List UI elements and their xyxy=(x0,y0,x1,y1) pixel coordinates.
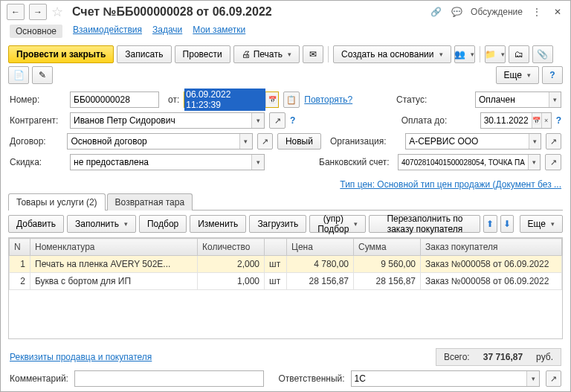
kebab-icon[interactable]: ⋮ xyxy=(530,5,543,19)
col-n: N xyxy=(10,239,30,256)
star-icon[interactable]: ☆ xyxy=(51,4,63,20)
counterparty-field[interactable]: ▾ xyxy=(70,112,265,129)
calendar-icon[interactable]: 📅 xyxy=(265,92,278,107)
date-field[interactable]: 06.09.2022 11:23:39 📅 xyxy=(184,91,279,108)
bank-field[interactable]: ▾ xyxy=(398,154,541,170)
status-label: Статус: xyxy=(396,94,471,105)
discount-field[interactable]: ▾ xyxy=(70,154,265,170)
new-contract-button[interactable]: Новый xyxy=(277,133,321,150)
counterparty-label: Контрагент: xyxy=(10,115,65,126)
responsible-open-button[interactable]: ↗ xyxy=(546,370,561,387)
chevron-down-icon[interactable]: ▾ xyxy=(251,113,264,128)
attach-button[interactable]: 📎 xyxy=(532,45,553,63)
tab-items[interactable]: Товары и услуги (2) xyxy=(8,193,106,211)
col-sum: Сумма xyxy=(354,239,421,256)
mail-icon: ✉ xyxy=(309,49,317,60)
users-button[interactable]: 👥 xyxy=(454,45,475,63)
table-row[interactable]: 1 Печать на пленка AVERY 502E... 2,000 ш… xyxy=(10,256,562,273)
help-icon: ? xyxy=(549,70,555,80)
mail-button[interactable]: ✉ xyxy=(303,45,323,63)
clear-icon[interactable]: × xyxy=(541,113,551,128)
discussion-icon[interactable]: 💬 xyxy=(450,5,463,19)
seller-details-link[interactable]: Реквизиты продавца и покупателя xyxy=(10,352,152,362)
clip-icon: 📎 xyxy=(537,49,548,60)
pencil-icon: ✎ xyxy=(39,70,46,80)
bank-label: Банковский счет: xyxy=(319,157,393,167)
chevron-down-icon[interactable]: ▾ xyxy=(549,92,561,107)
add-row-button[interactable]: Добавить xyxy=(8,215,64,233)
structure-button[interactable]: 🗂 xyxy=(509,45,529,63)
chevron-down-icon[interactable]: ▾ xyxy=(239,134,252,149)
link-icon[interactable]: 🔗 xyxy=(429,5,442,19)
responsible-field[interactable]: ▾ xyxy=(351,370,541,387)
nav-forward-button[interactable]: → xyxy=(29,4,47,20)
load-button[interactable]: Загрузить xyxy=(249,215,306,233)
move-up-button[interactable]: ⬆ xyxy=(483,215,497,233)
tab-returnable[interactable]: Возвратная тара xyxy=(107,193,193,211)
close-icon[interactable]: ✕ xyxy=(551,5,564,19)
org-open-button[interactable]: ↗ xyxy=(546,133,561,150)
discount-label: Скидка: xyxy=(10,157,65,167)
tab-notes[interactable]: Мои заметки xyxy=(193,25,245,38)
tab-interactions[interactable]: Взаимодействия xyxy=(73,25,142,38)
contract-label: Договор: xyxy=(10,136,62,147)
tab-tasks[interactable]: Задачи xyxy=(152,25,182,38)
folder-button[interactable]: 📁 xyxy=(485,45,506,63)
nav-back-button[interactable]: ← xyxy=(7,4,25,20)
items-table[interactable]: N Номенклатура Количество Цена Сумма Зак… xyxy=(9,238,562,290)
report-button[interactable]: 📄 xyxy=(8,66,29,84)
move-down-button[interactable]: ⬇ xyxy=(500,215,514,233)
date-value: 06.09.2022 11:23:39 xyxy=(184,89,265,111)
help-button[interactable]: ? xyxy=(542,66,563,84)
contract-open-button[interactable]: ↗ xyxy=(257,133,273,150)
from-label: от: xyxy=(168,94,179,105)
comment-label: Комментарий: xyxy=(10,373,68,384)
chevron-down-icon[interactable]: ▾ xyxy=(529,134,541,149)
counterparty-open-button[interactable]: ↗ xyxy=(269,112,286,129)
save-button[interactable]: Записать xyxy=(117,45,171,63)
edit-button[interactable]: ✎ xyxy=(32,66,53,84)
create-based-button[interactable]: Создать на основании xyxy=(333,45,451,63)
total-box: Всего: 37 716,87 руб. xyxy=(436,348,561,366)
status-field[interactable]: ▾ xyxy=(475,91,561,108)
more-button[interactable]: Еще xyxy=(496,66,539,84)
print-button[interactable]: 🖨Печать xyxy=(233,45,300,63)
post-button[interactable]: Провести xyxy=(175,45,230,63)
refill-button[interactable]: Перезаполнить по заказу покупателя xyxy=(369,215,480,233)
arrow-up-icon: ⬆ xyxy=(486,219,494,229)
col-order: Заказ покупателя xyxy=(421,239,562,256)
calendar-icon[interactable]: 📅 xyxy=(532,113,541,128)
comment-field[interactable] xyxy=(74,370,264,387)
table-more-button[interactable]: Еще xyxy=(520,215,563,233)
col-unit xyxy=(265,239,287,256)
separator xyxy=(480,46,480,62)
tab-main[interactable]: Основное xyxy=(10,25,62,38)
folder-icon: 📁 xyxy=(485,49,496,60)
change-button[interactable]: Изменить xyxy=(190,215,246,233)
date-hint-button[interactable]: 📋 xyxy=(283,91,300,108)
fill-button[interactable]: Заполнить xyxy=(67,215,136,233)
chevron-down-icon[interactable]: ▾ xyxy=(251,155,264,170)
arrow-down-icon: ⬇ xyxy=(503,219,511,229)
chevron-down-icon[interactable]: ▾ xyxy=(528,155,540,170)
contract-field[interactable]: ▾ xyxy=(67,133,252,150)
users-icon: 👥 xyxy=(454,49,465,60)
payby-label: Оплата до: xyxy=(401,115,476,126)
upr-select-button[interactable]: (упр) Подбор xyxy=(309,215,366,233)
repeat-link[interactable]: Повторять? xyxy=(304,94,352,105)
price-type-link[interactable]: Тип цен: Основной тип цен продажи (Докум… xyxy=(340,179,561,190)
chevron-down-icon[interactable]: ▾ xyxy=(526,371,539,386)
discussion-label[interactable]: Обсуждение xyxy=(471,7,523,17)
counterparty-help[interactable]: ? xyxy=(290,115,295,126)
payby-field[interactable]: 📅× xyxy=(480,112,552,129)
post-and-close-button[interactable]: Провести и закрыть xyxy=(8,45,114,63)
number-field[interactable] xyxy=(70,91,159,108)
col-price: Цена xyxy=(287,239,354,256)
select-button[interactable]: Подбор xyxy=(139,215,187,233)
table-row[interactable]: 2 Буква с бортом для ИП 1,000 шт 28 156,… xyxy=(10,273,562,290)
bank-open-button[interactable]: ↗ xyxy=(545,154,561,170)
org-label: Организация: xyxy=(330,136,401,147)
payby-help[interactable]: ? xyxy=(556,115,561,126)
org-field[interactable]: ▾ xyxy=(405,133,541,150)
number-label: Номер: xyxy=(10,94,65,105)
